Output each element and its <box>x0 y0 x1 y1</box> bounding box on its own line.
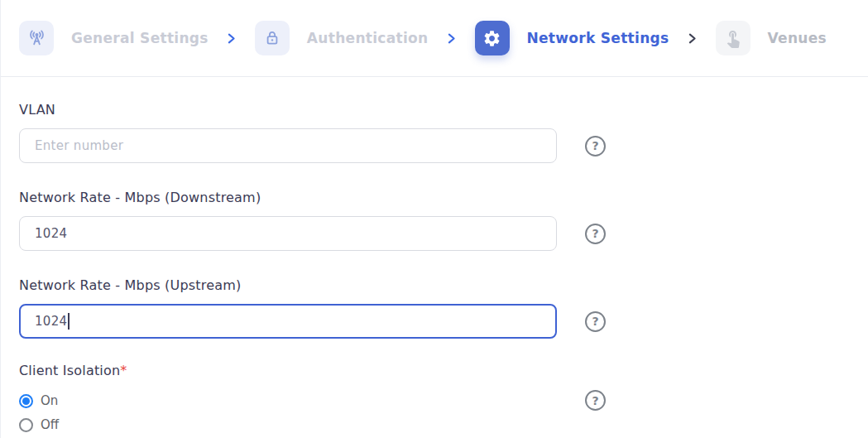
radio-unselected-icon[interactable] <box>19 418 33 432</box>
help-icon[interactable]: ? <box>585 136 606 156</box>
touch-icon <box>716 21 751 55</box>
vlan-label: VLAN <box>19 102 868 118</box>
step-general-settings[interactable]: General Settings <box>19 21 209 55</box>
vlan-placeholder: Enter number <box>35 138 123 153</box>
vlan-input[interactable]: Enter number <box>19 128 557 163</box>
client-isolation-radio-group: On Off <box>19 393 557 432</box>
step-label[interactable]: Authentication <box>307 30 429 46</box>
step-label[interactable]: General Settings <box>71 30 209 46</box>
step-network-settings[interactable]: Network Settings <box>475 21 669 55</box>
downstream-field: Network Rate - Mbps (Downstream) 1024 ? <box>19 190 868 251</box>
gear-icon <box>475 21 510 55</box>
wizard-stepper: General Settings Authentication <box>1 0 868 77</box>
vlan-field: VLAN Enter number ? <box>19 102 868 163</box>
chevron-right-icon <box>445 32 458 45</box>
client-isolation-field: Client Isolation* On Off ? <box>19 363 868 432</box>
wifi-network-wizard: General Settings Authentication <box>0 0 868 438</box>
antenna-icon <box>19 21 54 55</box>
step-label[interactable]: Venues <box>768 30 827 46</box>
help-icon[interactable]: ? <box>585 311 606 332</box>
network-settings-form: VLAN Enter number ? Network Rate - Mbps … <box>1 77 868 432</box>
chevron-right-icon <box>225 32 237 45</box>
upstream-field: Network Rate - Mbps (Upstream) 1024 ? <box>19 277 868 339</box>
downstream-value: 1024 <box>35 226 67 241</box>
client-isolation-label: Client Isolation* <box>19 363 868 378</box>
chevron-right-icon <box>686 32 698 45</box>
downstream-input[interactable]: 1024 <box>19 216 557 251</box>
text-caret <box>68 313 70 330</box>
upstream-label: Network Rate - Mbps (Upstream) <box>19 277 868 293</box>
help-icon[interactable]: ? <box>585 390 606 411</box>
step-venues[interactable]: Venues <box>716 21 827 55</box>
radio-selected-icon[interactable] <box>19 394 33 408</box>
radio-option-off[interactable]: Off <box>19 417 557 432</box>
downstream-label: Network Rate - Mbps (Downstream) <box>19 190 868 205</box>
upstream-value: 1024 <box>35 314 67 329</box>
radio-option-on[interactable]: On <box>19 393 557 408</box>
step-authentication[interactable]: Authentication <box>255 21 429 55</box>
lock-icon <box>255 21 290 55</box>
upstream-input[interactable]: 1024 <box>19 304 557 339</box>
step-label[interactable]: Network Settings <box>527 30 669 46</box>
required-asterisk: * <box>120 363 127 378</box>
help-icon[interactable]: ? <box>585 224 606 244</box>
